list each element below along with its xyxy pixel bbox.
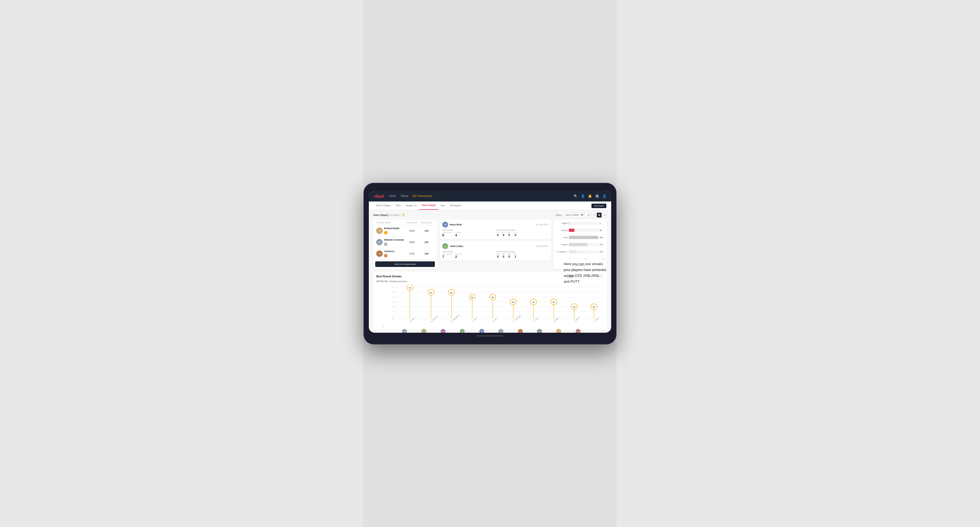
app-val-2: 0 — [502, 255, 505, 258]
pb-avg-col-header: PB AVG SQ — [419, 222, 434, 224]
pars-bar — [569, 236, 598, 239]
nav-my-performance[interactable]: My Performance — [412, 195, 432, 197]
annotation-area: Here you can see streaks your players ha… — [564, 261, 606, 284]
svg-text:5x: 5x — [492, 296, 494, 298]
putt-val-1: 0 — [513, 233, 518, 237]
birdies-value: 96 — [600, 229, 605, 232]
streak-avatar-8: MM — [537, 329, 542, 333]
lb-row-3: CA Cameron... 3 17/20 103 — [375, 248, 435, 259]
svg-text:5x: 5x — [471, 296, 473, 298]
avg-1: 110 — [419, 229, 434, 232]
lb-row-2: EC Edward Crossman 2 18/20 107 — [375, 237, 435, 248]
view-full-leaderboard-btn[interactable]: View Full Leaderboard — [375, 261, 435, 267]
table-view-btn[interactable]: ⊟ — [602, 213, 607, 217]
bar-chart-area: Eagles 3 Birdies — [556, 222, 605, 267]
lb-player-1: RB Richard Butler 1 — [376, 227, 404, 235]
putt-val-2: 1 — [513, 255, 518, 258]
streak-avatar-3: DB — [441, 329, 445, 333]
avatar-2: EC — [376, 239, 383, 245]
eagles-label: Eagles — [556, 222, 568, 224]
tournament-val-1: 8 — [442, 233, 451, 237]
settings-icon[interactable]: ⚙️ — [595, 194, 599, 198]
add-team-button[interactable]: Add Team — [592, 204, 606, 208]
score-1: 19/20 — [404, 229, 419, 232]
card-1-avatar: RB — [442, 222, 448, 227]
sub-nav-team-clippd[interactable]: Team Clippd — [419, 202, 438, 210]
bar-row-dbogeys: D. Bogeys + 131 — [556, 250, 605, 253]
bell-icon[interactable]: 🔔 — [588, 194, 592, 198]
eagles-bar — [569, 222, 569, 225]
practice-label-2: Practice — [455, 253, 461, 255]
arg-val-2: 0 — [508, 255, 511, 258]
ott-val-1: 0 — [496, 233, 500, 237]
svg-text:Best Streak, Fairway Accuracy: Best Streak, Fairway Accuracy — [382, 325, 385, 327]
svg-text:4x: 4x — [512, 301, 514, 303]
pars-value: 499 — [600, 237, 605, 239]
card-view-btn[interactable]: ▦ — [597, 213, 601, 217]
sub-nav: PGAT Players PGA Hcaps 1-5 Team Clippd T… — [369, 202, 611, 210]
tournament-val-2: 7 — [442, 255, 451, 259]
avatar-3: CA — [376, 251, 383, 257]
card-2-avatar: JC — [442, 243, 448, 249]
svg-text:4x: 4x — [532, 301, 535, 303]
nav-bar: clippd Home Teams My Performance 🔍 👤 🔔 ⚙… — [369, 191, 611, 202]
team-header-row: Team Clippd | 14 Players ✏️ Show Last 3 … — [373, 213, 607, 217]
grid-view-btn[interactable]: ⊞ — [586, 213, 591, 217]
svg-text:7: 7 — [393, 286, 394, 289]
app-val-1: 0 — [502, 233, 505, 237]
sub-nav-hcaps[interactable]: Hcaps 1-5 — [403, 202, 419, 210]
badge-3: 3 — [384, 254, 387, 257]
avatar-1: RB — [376, 227, 383, 234]
app-label-2: APP — [502, 253, 505, 255]
user-icon[interactable]: 👤 — [581, 194, 585, 198]
home-indicator — [477, 335, 503, 337]
nav-teams[interactable]: Teams — [401, 195, 408, 197]
pb-score-col-header: PB SCORE — [404, 222, 419, 224]
card-1-player-name: Rees Britt — [450, 223, 535, 226]
sub-nav-all-players[interactable]: All Players — [447, 202, 464, 210]
practice-label-1: Practice — [455, 232, 461, 233]
avg-3: 103 — [419, 252, 434, 255]
arg-label-2: ARG — [508, 253, 511, 255]
birdies-bar — [569, 229, 574, 232]
player-name-1: Richard Butler — [384, 227, 400, 230]
sub-nav-tour[interactable]: Tour — [438, 202, 448, 210]
streak-avatar-9: RB — [556, 329, 561, 333]
svg-text:6: 6 — [393, 291, 394, 294]
view-icons: ⊞ ☰ ▦ ⊟ — [586, 213, 607, 217]
list-view-btn[interactable]: ☰ — [592, 213, 596, 217]
team-title: Team Clippd | 14 Players — [373, 214, 401, 216]
avatar-icon[interactable]: 👤 — [602, 194, 606, 198]
badge-2: 2 — [384, 243, 387, 246]
edit-icon[interactable]: ✏️ — [402, 214, 405, 216]
svg-text:5: 5 — [393, 296, 394, 298]
lb-row-1: RB Richard Butler 1 19/20 110 — [375, 225, 435, 237]
arg-label-1: ARG — [508, 232, 511, 233]
svg-text:2: 2 — [393, 310, 394, 313]
bogeys-bar — [569, 243, 587, 246]
activity-card-2: JC Josh Coles 26 Aug 2023 Total Rounds T… — [440, 241, 551, 261]
nav-home[interactable]: Home — [389, 195, 396, 197]
x-axis: 0 200 400 — [556, 258, 605, 260]
svg-text:3x: 3x — [593, 306, 595, 308]
card-1-date: 02 Sep 2023 — [536, 223, 548, 226]
tournament-label-1: Tournament — [442, 232, 451, 233]
sub-nav-pga[interactable]: PGA — [393, 202, 403, 210]
ott-val-2: 0 — [496, 255, 500, 258]
tournament-label-2: Tournament — [442, 253, 451, 255]
card-2-player-name: Josh Coles — [450, 244, 535, 248]
streaks-title: Best Round Streaks — [376, 275, 402, 278]
svg-text:E. Crossman: E. Crossman — [512, 314, 521, 322]
svg-text:3x: 3x — [573, 306, 575, 308]
search-icon[interactable]: 🔍 — [574, 194, 578, 198]
svg-text:R. Butler: R. Butler — [573, 316, 580, 322]
sub-nav-pgat[interactable]: PGAT Players — [374, 202, 393, 210]
badge-1: 1 — [384, 231, 387, 235]
nav-right: 🔍 👤 🔔 ⚙️ 👤 — [574, 194, 606, 198]
activity-card-1: RB Rees Britt 02 Sep 2023 Total Rounds T… — [440, 220, 551, 239]
svg-text:C. Quick: C. Quick — [593, 316, 600, 323]
streak-chart-container: 7 6 5 4 3 2 1 0 Best Streak, Fairway Acc… — [379, 285, 604, 327]
card-2-header: JC Josh Coles 26 Aug 2023 — [442, 243, 548, 249]
svg-text:6x: 6x — [430, 291, 432, 294]
period-select[interactable]: Last 3 months — [563, 213, 584, 217]
